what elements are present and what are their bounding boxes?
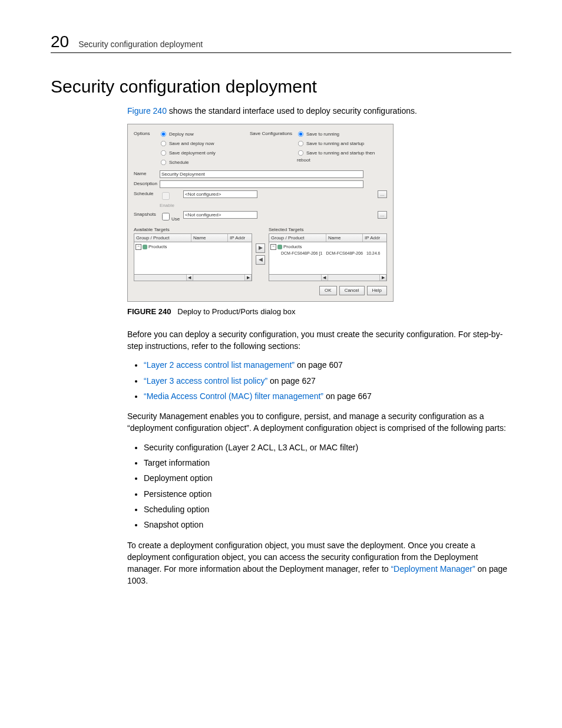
radio-save-deploy-now[interactable]: Save and deploy now	[160, 140, 250, 147]
figure-label: FIGURE 240	[127, 307, 171, 316]
scroll-left-icon[interactable]: ◀	[321, 275, 328, 281]
running-header: 20 Security configuration deployment	[51, 32, 511, 53]
available-targets-label: Available Targets	[134, 226, 252, 233]
scroll-right-icon[interactable]: ▶	[379, 275, 386, 281]
list-item: Deployment option	[144, 472, 511, 484]
schedule-label: Schedule	[134, 190, 160, 209]
chapter-title: Security configuration deployment	[78, 39, 203, 49]
ok-button[interactable]: OK	[319, 286, 337, 295]
selected-targets-list[interactable]: − Products DCM-FCS648P-206 [1 DCM-FCS648…	[269, 242, 387, 275]
xref-link[interactable]: “Layer 2 access control list management”	[144, 360, 295, 370]
figure-caption: FIGURE 240 Deploy to Product/Ports dialo…	[127, 307, 511, 318]
selected-products-node[interactable]: − Products	[270, 243, 385, 251]
options-label: Options	[134, 130, 160, 168]
folder-icon	[277, 245, 282, 249]
tree-collapse-icon[interactable]: −	[270, 244, 276, 250]
radio-save-only[interactable]: Save deployment only	[160, 149, 250, 157]
name-input[interactable]: Security Deployment	[160, 170, 363, 178]
list-item: Persistence option	[144, 488, 511, 500]
available-targets-list[interactable]: − Products	[134, 242, 252, 275]
radio-save-running-startup-reboot[interactable]: Save to running and startup then reboot	[297, 149, 387, 164]
cancel-button[interactable]: Cancel	[339, 286, 365, 295]
list-item: “Layer 2 access control list management”…	[144, 359, 511, 371]
radio-deploy-now[interactable]: Deploy now	[160, 130, 250, 138]
snapshots-browse-button[interactable]: …	[378, 211, 387, 219]
schedule-browse-button[interactable]: …	[378, 190, 387, 198]
selected-hscroll[interactable]: ◀ ▶	[269, 275, 387, 281]
available-hscroll[interactable]: ◀ ▶	[134, 275, 252, 281]
radio-save-running-startup[interactable]: Save to running and startup	[297, 140, 387, 147]
intro-text: shows the standard interface used to dep…	[167, 106, 417, 116]
schedule-config-input[interactable]: <Not configured>	[183, 190, 257, 198]
tree-collapse-icon[interactable]: −	[135, 244, 141, 250]
help-button[interactable]: Help	[367, 286, 387, 295]
available-products-node[interactable]: − Products	[135, 243, 250, 251]
snapshots-config-input[interactable]: <Not configured>	[183, 211, 257, 219]
section-heading: Security configuration deployment	[51, 77, 511, 97]
list-item: Target information	[144, 457, 511, 469]
plain-bullet-list: Security configuration (Layer 2 ACL, L3 …	[127, 442, 511, 531]
save-config-label: Save Configurations	[250, 130, 297, 168]
radio-save-running[interactable]: Save to running	[297, 130, 387, 138]
chapter-number: 20	[51, 32, 69, 51]
radio-schedule[interactable]: Schedule	[160, 159, 250, 166]
description-input[interactable]	[160, 180, 363, 188]
selected-targets-label: Selected Targets	[269, 226, 387, 233]
list-item: “Layer 3 access control list policy” on …	[144, 375, 511, 387]
selected-targets-header: Group / Product Name IP Addr	[269, 233, 387, 243]
schedule-enable-checkbox: Enable	[160, 190, 183, 209]
mgmt-paragraph: Security Management enables you to confi…	[127, 410, 511, 434]
xref-link[interactable]: “Deployment Manager”	[391, 564, 475, 574]
deploy-dialog: Options Deploy now Save and deploy now S…	[127, 124, 394, 302]
snapshots-use-checkbox[interactable]: Use	[160, 211, 183, 223]
list-item: Scheduling option	[144, 503, 511, 515]
scroll-left-icon[interactable]: ◀	[186, 275, 193, 281]
figure-ref-link[interactable]: Figure 240	[127, 106, 167, 116]
before-links-paragraph: Before you can deploy a security configu…	[127, 328, 511, 353]
scroll-right-icon[interactable]: ▶	[244, 275, 252, 281]
figure-caption-text: Deploy to Product/Ports dialog box	[177, 307, 295, 316]
selected-target-item[interactable]: DCM-FCS648P-206 [1 DCM-FCS648P-206 10.24…	[281, 251, 385, 256]
description-label: Description	[134, 180, 160, 188]
list-item: Security configuration (Layer 2 ACL, L3 …	[144, 442, 511, 453]
name-label: Name	[134, 170, 160, 178]
intro-paragraph: Figure 240 shows the standard interface …	[127, 105, 511, 117]
remove-target-button[interactable]: ◀	[256, 255, 265, 265]
folder-icon	[143, 245, 147, 249]
last-paragraph: To create a deployment configuration obj…	[127, 539, 511, 587]
available-targets-header: Group / Product Name IP Addr	[134, 233, 252, 243]
snapshots-label: Snapshots	[134, 211, 160, 223]
add-target-button[interactable]: ▶	[256, 243, 265, 253]
xref-link[interactable]: “Layer 3 access control list policy”	[144, 376, 267, 386]
xref-link[interactable]: “Media Access Control (MAC) filter manag…	[144, 391, 323, 401]
list-item: “Media Access Control (MAC) filter manag…	[144, 390, 511, 402]
list-item: Snapshot option	[144, 519, 511, 531]
link-bullet-list: “Layer 2 access control list management”…	[127, 359, 511, 402]
